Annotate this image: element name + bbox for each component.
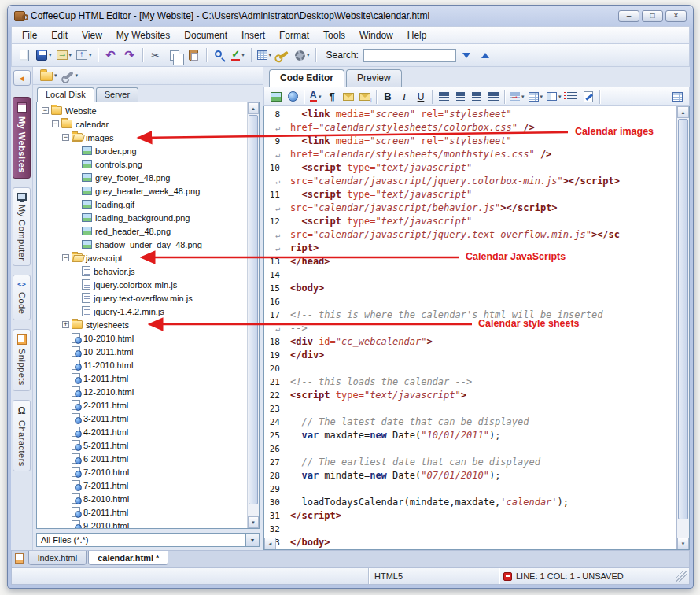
sidebar-tab-my-websites[interactable]: My Websites — [13, 97, 31, 179]
code-line-wrap[interactable]: ↵ript> — [264, 242, 676, 255]
minimize-button[interactable]: – — [618, 10, 639, 22]
email-link-button[interactable] — [341, 89, 356, 105]
code-line-wrap[interactable]: ↵href="calendar/stylesheets/colorbox.css… — [264, 121, 676, 135]
align-center-button[interactable] — [452, 89, 468, 105]
file-panel-tab-server[interactable]: Server — [96, 87, 138, 102]
tree-item-controls-png[interactable]: controls.png — [40, 157, 247, 171]
tree-item-8-2010-html[interactable]: 8-2010.html — [40, 492, 247, 505]
insert-break-button[interactable]: ▾ — [508, 89, 526, 105]
new-document-button[interactable] — [16, 46, 33, 64]
tools-key-button[interactable] — [274, 46, 292, 64]
code-line-13[interactable]: 13</head> — [264, 255, 676, 268]
code-line-33[interactable]: 33</body> — [264, 536, 676, 549]
tree-item-red-header-48-png[interactable]: red_header_48.png — [40, 224, 247, 238]
doc-tab-index-html[interactable]: index.html — [28, 551, 87, 565]
menu-item-view[interactable]: View — [75, 28, 109, 43]
code-line-22[interactable]: 22<script type="text/javascript"> — [264, 389, 676, 402]
file-filter-dropdown[interactable]: All Files (*.*) ▾ — [36, 533, 260, 547]
insert-table-button[interactable]: ▾ — [256, 46, 274, 64]
code-line-11[interactable]: 11 <script type="text/javascript" — [264, 188, 676, 201]
code-line-21[interactable]: 21<!-- this loads the calendar --> — [264, 375, 676, 389]
menu-item-insert[interactable]: Insert — [234, 28, 272, 43]
menu-item-my-websites[interactable]: My Websites — [109, 28, 177, 43]
table-grid-button[interactable] — [669, 89, 685, 105]
tree-item-loading-gif[interactable]: loading.gif — [40, 198, 247, 211]
settings-gear-button[interactable]: ▾ — [293, 46, 311, 64]
sidebar-tab-my-computer[interactable]: My Computer — [13, 187, 31, 267]
align-left-button[interactable] — [436, 89, 451, 105]
editor-scrollbar[interactable]: ▲ ▼ — [676, 106, 689, 549]
frames-button[interactable]: ▾ — [545, 89, 563, 105]
code-line-8[interactable]: 8 <link media="screen" rel="stylesheet" — [264, 108, 676, 121]
copy-button[interactable] — [166, 46, 183, 64]
code-line-25[interactable]: 25 var maxdate=new Date("10/01/2011"); — [264, 429, 676, 442]
menu-item-edit[interactable]: Edit — [44, 28, 75, 43]
tree-item-website[interactable]: −Website — [40, 104, 247, 117]
code-line-12[interactable]: 12 <script type="text/javascript" — [264, 215, 676, 228]
scroll-left-icon[interactable]: ◄ — [264, 538, 276, 549]
tree-item-shadow-under-day-48-png[interactable]: shadow_under_day_48.png — [40, 238, 247, 251]
tree-item-2-2011-html[interactable]: 2-2011.html — [40, 398, 247, 412]
undo-button[interactable]: ↶ — [102, 46, 120, 64]
tree-item-3-2011-html[interactable]: 3-2011.html — [40, 412, 247, 425]
tree-item-9-2010-html[interactable]: 9-2010.html — [40, 519, 247, 528]
maximize-button[interactable]: □ — [642, 10, 663, 22]
code-line-26[interactable]: 26 — [264, 442, 676, 456]
insert-image-button[interactable] — [268, 89, 284, 105]
code-area[interactable]: 8 <link media="screen" rel="stylesheet"↵… — [264, 106, 676, 549]
code-line-24[interactable]: 24 // The latest date that can be displa… — [264, 416, 676, 429]
tree-item-stylesheets[interactable]: +stylesheets — [40, 318, 247, 331]
scroll-down-icon[interactable]: ▼ — [677, 538, 689, 549]
tree-item-behavior-js[interactable]: behavior.js — [40, 264, 247, 278]
sidebar-tab-snippets[interactable]: Snippets — [13, 329, 31, 391]
tree-item-4-2011-html[interactable]: 4-2011.html — [40, 425, 247, 438]
dropdown-arrow-icon[interactable]: ▾ — [245, 534, 259, 546]
code-line-23[interactable]: 23 — [264, 402, 676, 416]
code-line-18[interactable]: 18<div id="cc_webcalendar"> — [264, 335, 676, 349]
collapse-expander-icon[interactable]: − — [62, 254, 69, 261]
tree-item-javascript[interactable]: −javascript — [40, 251, 247, 264]
menu-item-help[interactable]: Help — [400, 28, 434, 43]
site-tools-button[interactable]: ▾ — [62, 67, 80, 84]
tree-item-7-2010-html[interactable]: 7-2010.html — [40, 465, 247, 479]
code-line-10[interactable]: 10 <script type="text/javascript" — [264, 161, 676, 175]
list-button[interactable] — [564, 89, 580, 105]
doc-tab-calendar-html[interactable]: calendar.html * — [88, 551, 168, 565]
tree-item-border-png[interactable]: border.png — [40, 144, 247, 157]
collapse-expander-icon[interactable]: − — [52, 120, 59, 128]
code-line-17[interactable]: 17<!-- this is where the calendar's html… — [264, 309, 676, 322]
underline-button[interactable]: U — [413, 89, 429, 105]
menu-item-format[interactable]: Format — [272, 28, 316, 43]
find-next-button[interactable] — [458, 46, 475, 64]
search-input[interactable] — [363, 49, 456, 62]
collapse-panel-button[interactable]: ◄ — [13, 70, 31, 86]
titlebar[interactable]: CoffeeCup HTML Editor - [My Website] - C… — [8, 6, 693, 26]
bold-button[interactable]: B — [380, 89, 396, 105]
code-line-16[interactable]: 16 — [264, 295, 676, 309]
code-line-9[interactable]: 9 <link media="screen" rel="stylesheet" — [264, 135, 676, 148]
tree-item-loading-background-png[interactable]: loading_background.png — [40, 211, 247, 224]
tree-item-11-2010-html[interactable]: 11-2010.html — [40, 358, 247, 371]
code-line-27[interactable]: 27 // The earliest date that can be disp… — [264, 456, 676, 469]
code-line-28[interactable]: 28 var mindate=new Date("07/01/2010"); — [264, 469, 676, 482]
tree-item-12-2010-html[interactable]: 12-2010.html — [40, 385, 247, 398]
file-tree-scrollbar[interactable]: ▲ ▼ — [247, 102, 259, 528]
code-line-29[interactable]: 29 — [264, 482, 676, 496]
file-panel-tab-local-disk[interactable]: Local Disk — [37, 87, 94, 102]
code-line-19[interactable]: 19</div> — [264, 349, 676, 362]
menu-item-document[interactable]: Document — [177, 28, 234, 43]
code-line-wrap[interactable]: ↵--> — [264, 322, 676, 335]
redo-button[interactable]: ↷ — [121, 46, 138, 64]
tree-item-grey-footer-48-png[interactable]: grey_footer_48.png — [40, 171, 247, 184]
resize-grip[interactable] — [676, 571, 687, 582]
menu-item-tools[interactable]: Tools — [316, 28, 352, 43]
tree-item-grey-header-week-48-png[interactable]: grey_header_week_48.png — [40, 184, 247, 198]
open-folder-button[interactable]: ▾ — [39, 67, 59, 84]
upload-button[interactable]: ▾ — [75, 46, 94, 64]
tree-item-images[interactable]: −images — [40, 131, 247, 144]
tree-item-jquery-1-4-2-min-js[interactable]: jquery-1.4.2.min.js — [40, 305, 247, 318]
tree-item-8-2011-html[interactable]: 8-2011.html — [40, 505, 247, 519]
code-line-wrap[interactable]: ↵src="calendar/javascript/behavior.js"><… — [264, 201, 676, 215]
code-line-14[interactable]: 14 — [264, 268, 676, 282]
save-button[interactable]: ▾ — [35, 46, 53, 64]
